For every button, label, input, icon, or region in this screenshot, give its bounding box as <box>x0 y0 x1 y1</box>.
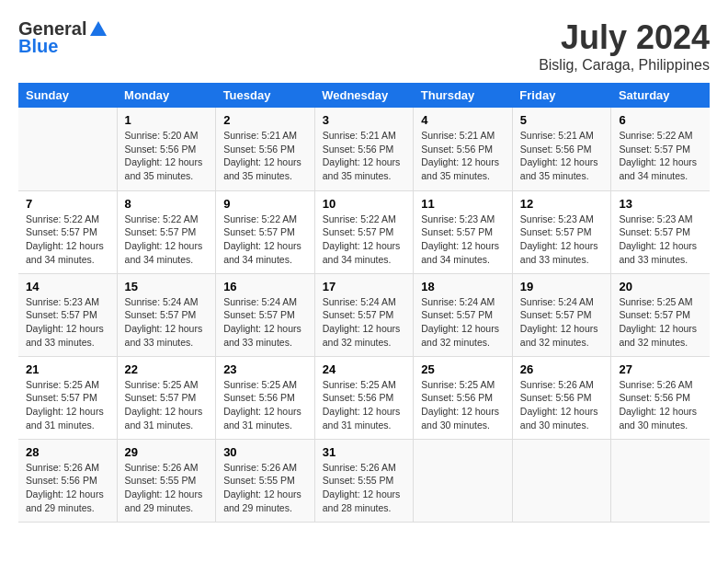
day-info: Sunrise: 5:21 AM Sunset: 5:56 PM Dayligh… <box>323 129 406 183</box>
col-tuesday: Tuesday <box>216 83 315 108</box>
cell-w0-d6: 6Sunrise: 5:22 AM Sunset: 5:57 PM Daylig… <box>611 108 710 190</box>
svg-marker-0 <box>90 21 107 36</box>
cell-w0-d3: 3Sunrise: 5:21 AM Sunset: 5:56 PM Daylig… <box>314 108 414 190</box>
cell-w4-d0: 28Sunrise: 5:26 AM Sunset: 5:56 PM Dayli… <box>18 439 117 522</box>
day-number: 2 <box>223 113 307 127</box>
day-number: 1 <box>125 113 209 127</box>
day-number: 12 <box>520 197 604 211</box>
day-info: Sunrise: 5:21 AM Sunset: 5:56 PM Dayligh… <box>520 129 604 183</box>
day-info: Sunrise: 5:24 AM Sunset: 5:57 PM Dayligh… <box>223 295 307 350</box>
day-number: 27 <box>619 362 702 376</box>
day-number: 10 <box>323 197 406 211</box>
week-row-2: 7Sunrise: 5:22 AM Sunset: 5:57 PM Daylig… <box>18 190 710 273</box>
day-info: Sunrise: 5:24 AM Sunset: 5:57 PM Dayligh… <box>323 295 406 350</box>
cell-w2-d6: 20Sunrise: 5:25 AM Sunset: 5:57 PM Dayli… <box>611 273 710 356</box>
week-row-1: 1Sunrise: 5:20 AM Sunset: 5:56 PM Daylig… <box>18 108 710 190</box>
day-number: 30 <box>223 445 307 459</box>
cell-w4-d2: 30Sunrise: 5:26 AM Sunset: 5:55 PM Dayli… <box>216 439 315 522</box>
cell-w0-d4: 4Sunrise: 5:21 AM Sunset: 5:56 PM Daylig… <box>414 108 513 190</box>
day-info: Sunrise: 5:25 AM Sunset: 5:57 PM Dayligh… <box>125 378 209 432</box>
cell-w4-d5 <box>512 439 611 522</box>
cell-w1-d6: 13Sunrise: 5:23 AM Sunset: 5:57 PM Dayli… <box>611 190 710 273</box>
cell-w2-d0: 14Sunrise: 5:23 AM Sunset: 5:57 PM Dayli… <box>18 273 117 356</box>
cell-w1-d2: 9Sunrise: 5:22 AM Sunset: 5:57 PM Daylig… <box>216 190 315 273</box>
day-info: Sunrise: 5:25 AM Sunset: 5:57 PM Dayligh… <box>619 295 702 350</box>
month-year-title: July 2024 <box>539 18 710 57</box>
day-number: 24 <box>323 362 406 376</box>
day-info: Sunrise: 5:26 AM Sunset: 5:55 PM Dayligh… <box>323 461 406 515</box>
day-number: 15 <box>125 280 209 293</box>
cell-w1-d0: 7Sunrise: 5:22 AM Sunset: 5:57 PM Daylig… <box>18 190 117 273</box>
cell-w0-d1: 1Sunrise: 5:20 AM Sunset: 5:56 PM Daylig… <box>117 108 216 190</box>
day-info: Sunrise: 5:23 AM Sunset: 5:57 PM Dayligh… <box>26 295 109 350</box>
day-number: 13 <box>619 197 702 211</box>
day-number: 22 <box>125 362 209 376</box>
week-row-4: 21Sunrise: 5:25 AM Sunset: 5:57 PM Dayli… <box>18 356 710 439</box>
day-info: Sunrise: 5:21 AM Sunset: 5:56 PM Dayligh… <box>421 129 505 183</box>
day-number: 18 <box>421 280 505 293</box>
day-number: 4 <box>421 113 505 127</box>
day-number: 21 <box>26 362 109 376</box>
day-number: 6 <box>619 113 702 127</box>
cell-w1-d1: 8Sunrise: 5:22 AM Sunset: 5:57 PM Daylig… <box>117 190 216 273</box>
logo-icon <box>88 19 108 40</box>
page-header: General Blue July 2024 Bislig, Caraga, P… <box>18 18 710 74</box>
cell-w3-d2: 23Sunrise: 5:25 AM Sunset: 5:56 PM Dayli… <box>216 356 315 439</box>
cell-w1-d3: 10Sunrise: 5:22 AM Sunset: 5:57 PM Dayli… <box>314 190 414 273</box>
day-number: 8 <box>125 197 209 211</box>
cell-w2-d4: 18Sunrise: 5:24 AM Sunset: 5:57 PM Dayli… <box>414 273 513 356</box>
cell-w3-d0: 21Sunrise: 5:25 AM Sunset: 5:57 PM Dayli… <box>18 356 117 439</box>
header-row: Sunday Monday Tuesday Wednesday Thursday… <box>18 83 710 108</box>
day-info: Sunrise: 5:23 AM Sunset: 5:57 PM Dayligh… <box>619 213 702 267</box>
cell-w2-d5: 19Sunrise: 5:24 AM Sunset: 5:57 PM Dayli… <box>512 273 611 356</box>
day-number: 23 <box>223 362 307 376</box>
day-number: 29 <box>125 445 209 459</box>
cell-w0-d2: 2Sunrise: 5:21 AM Sunset: 5:56 PM Daylig… <box>216 108 315 190</box>
day-info: Sunrise: 5:25 AM Sunset: 5:56 PM Dayligh… <box>223 378 307 432</box>
day-info: Sunrise: 5:23 AM Sunset: 5:57 PM Dayligh… <box>421 213 505 267</box>
day-info: Sunrise: 5:26 AM Sunset: 5:56 PM Dayligh… <box>619 378 702 432</box>
day-info: Sunrise: 5:22 AM Sunset: 5:57 PM Dayligh… <box>26 213 109 267</box>
logo-blue-text: Blue <box>18 36 58 57</box>
day-number: 14 <box>26 280 109 293</box>
cell-w3-d5: 26Sunrise: 5:26 AM Sunset: 5:56 PM Dayli… <box>512 356 611 439</box>
day-info: Sunrise: 5:23 AM Sunset: 5:57 PM Dayligh… <box>520 213 604 267</box>
day-number: 9 <box>223 197 307 211</box>
col-wednesday: Wednesday <box>314 83 414 108</box>
cell-w1-d5: 12Sunrise: 5:23 AM Sunset: 5:57 PM Dayli… <box>512 190 611 273</box>
logo: General Blue <box>18 18 108 57</box>
col-thursday: Thursday <box>414 83 513 108</box>
day-info: Sunrise: 5:22 AM Sunset: 5:57 PM Dayligh… <box>323 213 406 267</box>
day-info: Sunrise: 5:22 AM Sunset: 5:57 PM Dayligh… <box>223 213 307 267</box>
cell-w4-d3: 31Sunrise: 5:26 AM Sunset: 5:55 PM Dayli… <box>314 439 414 522</box>
day-info: Sunrise: 5:26 AM Sunset: 5:56 PM Dayligh… <box>520 378 604 432</box>
day-info: Sunrise: 5:25 AM Sunset: 5:56 PM Dayligh… <box>323 378 406 432</box>
day-number: 11 <box>421 197 505 211</box>
cell-w2-d2: 16Sunrise: 5:24 AM Sunset: 5:57 PM Dayli… <box>216 273 315 356</box>
cell-w2-d1: 15Sunrise: 5:24 AM Sunset: 5:57 PM Dayli… <box>117 273 216 356</box>
location-subtitle: Bislig, Caraga, Philippines <box>539 57 710 74</box>
cell-w4-d6 <box>611 439 710 522</box>
day-info: Sunrise: 5:22 AM Sunset: 5:57 PM Dayligh… <box>619 129 702 183</box>
cell-w0-d0 <box>18 108 117 190</box>
col-sunday: Sunday <box>18 83 117 108</box>
day-number: 3 <box>323 113 406 127</box>
day-info: Sunrise: 5:24 AM Sunset: 5:57 PM Dayligh… <box>125 295 209 350</box>
cell-w2-d3: 17Sunrise: 5:24 AM Sunset: 5:57 PM Dayli… <box>314 273 414 356</box>
day-number: 7 <box>26 197 109 211</box>
col-monday: Monday <box>117 83 216 108</box>
day-info: Sunrise: 5:25 AM Sunset: 5:57 PM Dayligh… <box>26 378 109 432</box>
week-row-5: 28Sunrise: 5:26 AM Sunset: 5:56 PM Dayli… <box>18 439 710 522</box>
week-row-3: 14Sunrise: 5:23 AM Sunset: 5:57 PM Dayli… <box>18 273 710 356</box>
day-info: Sunrise: 5:26 AM Sunset: 5:55 PM Dayligh… <box>125 461 209 515</box>
day-info: Sunrise: 5:26 AM Sunset: 5:56 PM Dayligh… <box>26 461 109 515</box>
day-info: Sunrise: 5:26 AM Sunset: 5:55 PM Dayligh… <box>223 461 307 515</box>
day-info: Sunrise: 5:24 AM Sunset: 5:57 PM Dayligh… <box>421 295 505 350</box>
day-number: 28 <box>26 445 109 459</box>
cell-w3-d1: 22Sunrise: 5:25 AM Sunset: 5:57 PM Dayli… <box>117 356 216 439</box>
day-number: 25 <box>421 362 505 376</box>
day-info: Sunrise: 5:21 AM Sunset: 5:56 PM Dayligh… <box>223 129 307 183</box>
cell-w4-d1: 29Sunrise: 5:26 AM Sunset: 5:55 PM Dayli… <box>117 439 216 522</box>
col-friday: Friday <box>512 83 611 108</box>
day-number: 16 <box>223 280 307 293</box>
